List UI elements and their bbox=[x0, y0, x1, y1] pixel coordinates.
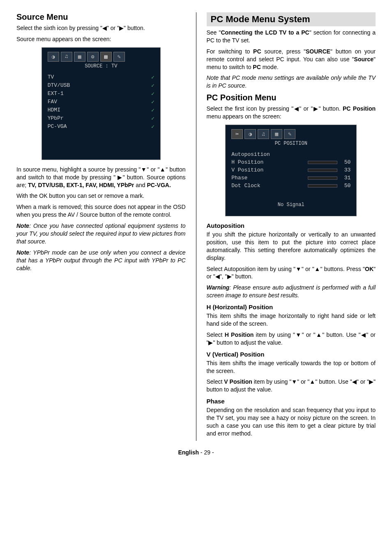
source-menu-heading: Source Menu bbox=[16, 12, 186, 22]
check-icon: ✓ bbox=[151, 82, 154, 89]
pc-position-intro: Select the first icon by pressing "◀" or… bbox=[207, 105, 376, 120]
up-arrow-icon: ▲ bbox=[309, 378, 315, 385]
h-position-select: Select H Position item by using "▼" or "… bbox=[207, 331, 376, 347]
left-column: Source Menu Select the sixth icon by pre… bbox=[16, 12, 186, 441]
source-item: TV bbox=[48, 74, 54, 80]
pc-osd-row-label: Dot Clock bbox=[231, 183, 304, 189]
autoposition-heading: Autoposition bbox=[207, 222, 376, 229]
right-arrow-icon: ▶ bbox=[118, 174, 122, 181]
right-arrow-icon: ▶ bbox=[313, 105, 318, 112]
osd-tab-source-icon: ▤ bbox=[100, 52, 112, 62]
source-menu-intro-1: Select the sixth icon by pressing "◀" or… bbox=[16, 24, 186, 32]
osd-tab-install-icon: ⚙ bbox=[87, 52, 99, 62]
source-item: YPbPr bbox=[48, 115, 64, 121]
up-arrow-icon: ▲ bbox=[316, 331, 323, 338]
pc-mode-see: See "Connecting the LCD TV to a PC" sect… bbox=[207, 29, 376, 44]
pc-mode-note: Note that PC mode menu settings are avai… bbox=[207, 74, 376, 90]
down-arrow-icon: ▼ bbox=[291, 378, 297, 385]
pc-mode-switch: For switching to PC source, press "SOURC… bbox=[207, 48, 376, 71]
source-osd: ◑ ♫ ▦ ⚙ ▤ ✎ SOURCE : TV TV✓ DTV/USB✓ EXT… bbox=[42, 47, 161, 160]
source-osd-title: SOURCE : TV bbox=[48, 63, 154, 69]
source-item: DTV/USB bbox=[48, 82, 70, 88]
check-icon: ✓ bbox=[151, 107, 154, 114]
pc-position-heading: PC Position Menu bbox=[207, 93, 376, 102]
pc-osd-row-value: 50 bbox=[341, 159, 350, 165]
up-arrow-icon: ▲ bbox=[314, 266, 321, 272]
pc-osd-title: PC POSITION bbox=[231, 141, 350, 146]
osd-tab-pcpos-icon: ✂ bbox=[231, 129, 243, 139]
autoposition-warning: Warning: Please ensure auto adjustment i… bbox=[207, 284, 376, 299]
phase-desc: Depending on the resolution and scan fre… bbox=[207, 406, 376, 438]
pc-position-osd: ✂ ◑ ♫ ▦ ✎ PC POSITION Autoposition H Pos… bbox=[225, 125, 357, 216]
source-osd-tabs: ◑ ♫ ▦ ⚙ ▤ ✎ bbox=[48, 52, 154, 62]
up-arrow-icon: ▲ bbox=[159, 166, 166, 173]
page-footer: English - 29 - bbox=[16, 449, 376, 456]
source-menu-ok: With the OK button you can set or remove… bbox=[16, 192, 186, 200]
h-position-desc: This item shifts the image horizontally … bbox=[207, 312, 376, 328]
v-position-desc: This item shifts the image vertically to… bbox=[207, 359, 376, 375]
slider-icon bbox=[308, 161, 337, 164]
v-position-select: Select V Position item by using "▼" or "… bbox=[207, 378, 376, 394]
osd-tab-picture-icon: ◑ bbox=[244, 129, 256, 139]
pc-osd-row-label: Autoposition bbox=[231, 151, 350, 158]
down-arrow-icon: ▼ bbox=[295, 331, 302, 338]
autoposition-select: Select Autoposition item by using "▼" or… bbox=[207, 265, 376, 281]
right-arrow-icon: ▶ bbox=[208, 339, 213, 346]
source-menu-intro-2: Source menu appears on the screen: bbox=[16, 35, 186, 43]
source-item: FAV bbox=[48, 99, 57, 105]
osd-tab-picture-icon: ◑ bbox=[48, 52, 59, 62]
source-menu-note-1: Note: Once you have connected optional e… bbox=[16, 222, 186, 246]
check-icon: ✓ bbox=[151, 74, 154, 81]
pc-osd-row-label: H Position bbox=[231, 159, 304, 165]
source-item: HDMI bbox=[48, 107, 60, 113]
check-icon: ✓ bbox=[151, 123, 154, 130]
slider-icon bbox=[308, 184, 337, 188]
right-arrow-icon: ▶ bbox=[369, 378, 374, 385]
down-arrow-icon: ▼ bbox=[295, 266, 302, 272]
pc-osd-footer: No Signal bbox=[231, 202, 350, 208]
osd-tab-sound-icon: ♫ bbox=[258, 129, 269, 139]
pc-osd-tabs: ✂ ◑ ♫ ▦ ✎ bbox=[231, 129, 350, 139]
source-menu-nav: In source menu, highlight a source by pr… bbox=[16, 166, 186, 189]
autoposition-desc: If you shift the picture horizontally or… bbox=[207, 231, 376, 262]
source-menu-mark-removed: When a mark is removed; this source does… bbox=[16, 203, 186, 219]
footer-language: English bbox=[178, 449, 199, 456]
osd-tab-source-icon: ✎ bbox=[284, 129, 295, 139]
pc-osd-row-value: 50 bbox=[341, 183, 350, 189]
pc-osd-row-label: Phase bbox=[231, 175, 304, 181]
v-position-heading: V (Vertical) Position bbox=[207, 351, 376, 358]
right-column: PC Mode Menu System See "Connecting the … bbox=[207, 12, 376, 441]
column-divider bbox=[196, 12, 196, 441]
source-menu-note-2: Note: YPbPr mode can be use only when yo… bbox=[16, 249, 186, 272]
right-arrow-icon: ▶ bbox=[119, 25, 124, 31]
osd-tab-feature-icon: ▦ bbox=[74, 52, 85, 62]
pc-mode-banner: PC Mode Menu System bbox=[207, 12, 376, 26]
pc-osd-row-value: 33 bbox=[341, 167, 350, 173]
left-arrow-icon: ◀ bbox=[102, 25, 107, 31]
slider-icon bbox=[308, 176, 337, 180]
osd-tab-feature-icon: ▦ bbox=[271, 129, 282, 139]
check-icon: ✓ bbox=[151, 99, 154, 105]
right-arrow-icon: ▶ bbox=[227, 273, 232, 280]
left-arrow-icon: ◀ bbox=[361, 331, 367, 338]
left-arrow-icon: ◀ bbox=[293, 105, 299, 112]
osd-tab-pc-icon: ✎ bbox=[113, 52, 125, 62]
pc-osd-row-label: V Position bbox=[231, 167, 304, 173]
footer-page-number: - 29 - bbox=[199, 449, 214, 456]
slider-icon bbox=[308, 169, 337, 172]
check-icon: ✓ bbox=[151, 115, 154, 122]
pc-osd-row-value: 31 bbox=[341, 175, 350, 181]
osd-tab-sound-icon: ♫ bbox=[61, 52, 72, 62]
phase-heading: Phase bbox=[207, 398, 376, 405]
left-arrow-icon: ◀ bbox=[352, 378, 357, 385]
h-position-heading: H (Horizontal) Position bbox=[207, 303, 376, 310]
source-item: PC-VGA bbox=[48, 123, 67, 130]
source-item: EXT-1 bbox=[48, 90, 64, 97]
check-icon: ✓ bbox=[151, 90, 154, 97]
down-arrow-icon: ▼ bbox=[141, 166, 147, 173]
left-arrow-icon: ◀ bbox=[215, 273, 220, 280]
